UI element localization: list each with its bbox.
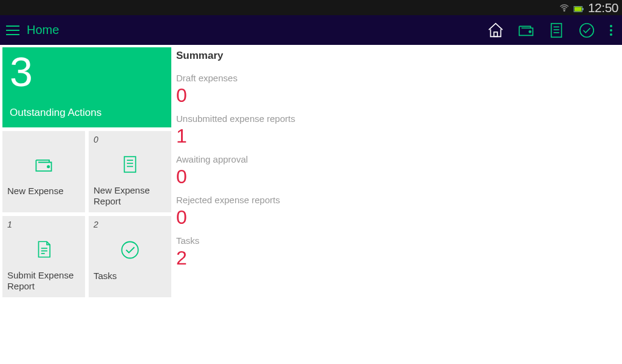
svg-rect-12: [125, 157, 136, 173]
tile-badge: [7, 135, 80, 144]
outstanding-count: 3: [10, 51, 164, 92]
summary-item-value: 2: [176, 246, 295, 270]
svg-point-11: [47, 166, 49, 167]
tile-label: Tasks: [94, 271, 166, 292]
summary-item-value: 0: [176, 164, 295, 189]
approve-icon[interactable]: [575, 18, 599, 42]
summary-item-label: Tasks: [176, 235, 295, 246]
summary-item-value: 0: [176, 83, 295, 107]
page-title: Home: [27, 23, 59, 37]
status-bar: 12:50: [0, 0, 622, 15]
outstanding-label: Outstanding Actions: [10, 107, 164, 119]
tile-badge: 0: [94, 135, 166, 144]
summary-item-label: Rejected expense reports: [176, 195, 295, 205]
tiles-grid: 3 Outstanding Actions New Expense 0 New …: [2, 47, 171, 297]
wifi-icon: [559, 2, 570, 13]
tile-outstanding-actions[interactable]: 3 Outstanding Actions: [2, 47, 171, 127]
svg-point-19: [122, 242, 138, 258]
svg-point-5: [529, 30, 531, 32]
summary-heading: Summary: [176, 50, 295, 62]
tile-label: Submit Expense Report: [7, 270, 80, 293]
tile-label: New Expense: [7, 186, 80, 207]
summary-item-label: Draft expenses: [176, 73, 295, 83]
status-time: 12:50: [588, 1, 618, 15]
document-check-icon: [7, 229, 80, 270]
summary-item-value: 1: [176, 124, 295, 148]
summary-panel: Summary Draft expenses 0 Unsubmitted exp…: [174, 47, 295, 297]
report-icon: [94, 144, 166, 185]
content: 3 Outstanding Actions New Expense 0 New …: [0, 45, 622, 297]
home-icon[interactable]: [484, 18, 508, 42]
wallet-icon[interactable]: [514, 18, 538, 42]
svg-point-0: [564, 10, 565, 11]
tile-badge: 2: [94, 220, 166, 229]
battery-icon: [573, 4, 584, 12]
tile-submit-expense-report[interactable]: 1 Submit Expense Report: [2, 216, 85, 297]
svg-rect-2: [575, 7, 582, 11]
check-circle-icon: [94, 229, 166, 271]
svg-point-10: [580, 23, 594, 37]
wallet-icon: [7, 144, 80, 186]
summary-item-value: 0: [176, 205, 295, 229]
summary-item-label: Unsubmitted expense reports: [176, 113, 295, 124]
tile-tasks[interactable]: 2 Tasks: [89, 216, 171, 297]
summary-item-label: Awaiting approval: [176, 154, 295, 164]
report-icon[interactable]: [544, 18, 569, 42]
tile-badge: 1: [7, 220, 80, 229]
svg-rect-4: [494, 32, 497, 36]
menu-icon[interactable]: [6, 23, 21, 38]
svg-rect-6: [552, 23, 562, 37]
tile-label: New Expense Report: [94, 185, 166, 208]
svg-rect-3: [583, 8, 584, 10]
tile-new-expense-report[interactable]: 0 New Expense Report: [89, 131, 171, 212]
app-header: Home: [0, 15, 622, 45]
tile-new-expense[interactable]: New Expense: [2, 131, 85, 212]
overflow-icon[interactable]: [605, 18, 617, 42]
